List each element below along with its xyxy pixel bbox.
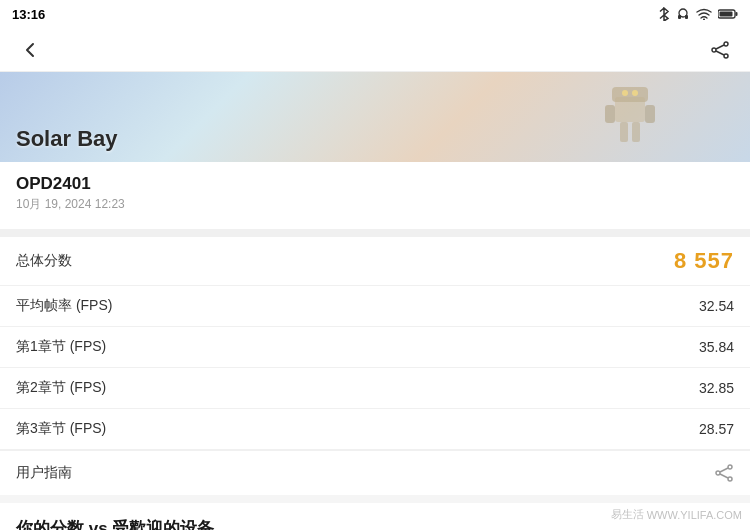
metric-row-ch3: 第3章节 (FPS) 28.57 [0,409,750,450]
svg-line-10 [716,45,724,49]
metric-value-avg: 32.54 [699,298,734,314]
svg-point-8 [712,48,716,52]
guide-share-icon[interactable] [714,463,734,483]
metric-row-ch2: 第2章节 (FPS) 32.85 [0,368,750,409]
status-bar: 13:16 [0,0,750,28]
metric-label-ch2: 第2章节 (FPS) [16,379,106,397]
metric-value-total: 8 557 [674,248,734,274]
metric-label-total: 总体分数 [16,252,72,270]
score-card: OPD2401 10月 19, 2024 12:23 [0,162,750,237]
svg-rect-2 [685,15,688,19]
metric-label-ch1: 第1章节 (FPS) [16,338,106,356]
svg-point-22 [728,477,732,481]
back-button[interactable] [14,34,46,66]
svg-point-15 [632,90,638,96]
svg-point-14 [622,90,628,96]
status-time: 13:16 [12,7,45,22]
metric-row-ch1: 第1章节 (FPS) 35.84 [0,327,750,368]
headphone-icon [676,8,690,20]
svg-point-9 [724,54,728,58]
watermark-url: WWW.YILIFA.COM [647,509,742,521]
svg-rect-6 [720,12,733,17]
metrics-section: 总体分数 8 557 平均帧率 (FPS) 32.54 第1章节 (FPS) 3… [0,237,750,450]
metric-label-ch3: 第3章节 (FPS) [16,420,106,438]
svg-point-21 [716,471,720,475]
svg-rect-17 [645,105,655,123]
nav-bar [0,28,750,72]
metric-row-total: 总体分数 8 557 [0,237,750,286]
svg-rect-1 [678,15,681,19]
device-date: 10月 19, 2024 12:23 [16,196,734,213]
watermark: 易生活 WWW.YILIFA.COM [611,507,742,522]
metric-value-ch1: 35.84 [699,339,734,355]
bluetooth-icon [658,7,670,21]
svg-rect-16 [605,105,615,123]
svg-line-23 [720,468,728,472]
svg-rect-19 [632,122,640,142]
guide-label: 用户指南 [16,464,72,482]
hero-title: Solar Bay [16,126,118,152]
svg-point-7 [724,42,728,46]
metric-label-avg: 平均帧率 (FPS) [16,297,112,315]
metric-row-avg: 平均帧率 (FPS) 32.54 [0,286,750,327]
hero-section: Solar Bay [0,72,750,162]
svg-point-3 [703,19,705,21]
metric-value-ch2: 32.85 [699,380,734,396]
wifi-icon [696,8,712,20]
svg-line-24 [720,474,728,478]
share-top-button[interactable] [704,34,736,66]
svg-line-11 [716,51,724,55]
metric-value-ch3: 28.57 [699,421,734,437]
battery-icon [718,8,738,20]
svg-rect-13 [612,87,648,102]
status-icons [658,7,738,21]
device-id: OPD2401 [16,174,734,194]
watermark-logo: 易生活 [611,507,644,522]
svg-rect-18 [620,122,628,142]
guide-row[interactable]: 用户指南 [0,450,750,495]
hero-decoration [570,77,690,157]
svg-rect-5 [736,12,738,16]
svg-point-20 [728,465,732,469]
